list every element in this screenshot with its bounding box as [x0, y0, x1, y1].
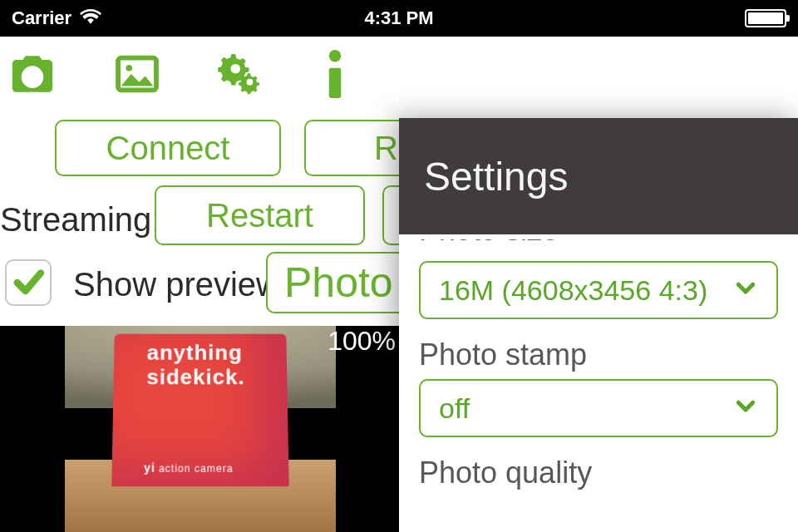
info-icon[interactable]	[323, 50, 347, 98]
clock-label: 4:31 PM	[0, 7, 798, 29]
setting-label-photosize-cut: Photo size	[419, 239, 778, 249]
image-icon[interactable]	[113, 50, 161, 98]
svg-point-2	[126, 65, 132, 71]
camera-icon[interactable]	[8, 50, 57, 98]
box-brand: yiaction camera	[144, 461, 234, 475]
settings-body[interactable]: Photo size 16M (4608x3456 4:3) Photo sta…	[399, 239, 798, 490]
setting-label-photoquality: Photo quality	[419, 456, 778, 490]
status-right	[745, 9, 786, 27]
chevron-down-icon	[733, 274, 758, 307]
preview-percent: 100%	[328, 326, 396, 357]
status-bar: Carrier 4:31 PM	[0, 0, 798, 37]
box-text-1: anything	[147, 340, 243, 365]
photo-size-select[interactable]: 16M (4608x3456 4:3)	[419, 261, 778, 319]
settings-title: Settings	[424, 154, 568, 200]
battery-icon	[745, 9, 786, 27]
restart-button[interactable]: Restart	[155, 185, 365, 245]
svg-rect-6	[329, 68, 342, 98]
svg-point-3	[230, 64, 240, 74]
photo-stamp-select[interactable]: off	[419, 379, 778, 437]
app-root: Carrier 4:31 PM Connect Re Streaming: Re…	[0, 0, 798, 532]
svg-point-5	[329, 50, 342, 62]
restart-button-label: Restart	[206, 197, 313, 234]
box-text-2: sidekick.	[146, 365, 244, 391]
mode-photo-label: Photo	[284, 259, 393, 307]
gears-icon[interactable]	[218, 50, 266, 98]
preview-image: anything sidekick. yiaction camera	[65, 326, 336, 532]
connect-button-label: Connect	[106, 130, 230, 167]
photo-size-value: 16M (4608x3456 4:3)	[439, 274, 707, 307]
connect-button[interactable]: Connect	[55, 120, 281, 176]
settings-header: Settings	[399, 118, 798, 234]
photo-stamp-value: off	[439, 392, 470, 425]
settings-drawer: Settings Photo size 16M (4608x3456 4:3) …	[399, 118, 798, 532]
show-preview-checkbox[interactable]	[5, 259, 52, 306]
streaming-label: Streaming:	[0, 201, 160, 239]
camera-preview: anything sidekick. yiaction camera 100%	[0, 326, 399, 532]
preview-subject-box: anything sidekick. yiaction camera	[111, 334, 288, 487]
setting-label-photostamp: Photo stamp	[419, 337, 778, 372]
svg-point-0	[26, 71, 39, 84]
show-preview-label: Show preview	[73, 266, 280, 303]
chevron-down-icon	[733, 392, 758, 425]
svg-point-4	[247, 79, 254, 86]
top-toolbar	[8, 47, 347, 101]
